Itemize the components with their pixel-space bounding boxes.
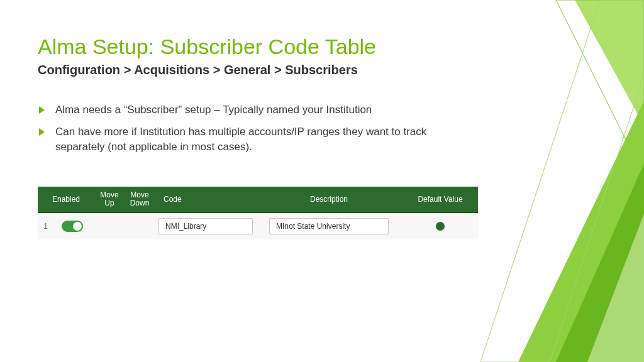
breadcrumb: Configuration > Acquisitions > General >… bbox=[38, 63, 480, 77]
svg-marker-1 bbox=[556, 0, 644, 176]
bullet-item: Alma needs a “Subscriber” setup – Typica… bbox=[38, 102, 440, 118]
svg-marker-0 bbox=[575, 0, 644, 126]
col-code: Code bbox=[155, 192, 255, 206]
slide-title: Alma Setup: Subscriber Code Table bbox=[38, 35, 480, 59]
default-value-indicator[interactable] bbox=[436, 222, 445, 231]
svg-marker-4 bbox=[480, 0, 644, 362]
bullet-item: Can have more if Institution has multipl… bbox=[38, 124, 440, 155]
table-header-row: Enabled Move Up Move Down Code Descripti… bbox=[38, 187, 478, 213]
svg-marker-3 bbox=[556, 163, 644, 362]
col-enabled: Enabled bbox=[38, 192, 94, 206]
svg-marker-5 bbox=[587, 214, 644, 362]
row-number: 1 bbox=[38, 222, 50, 231]
bullet-list: Alma needs a “Subscriber” setup – Typica… bbox=[38, 102, 480, 155]
code-input[interactable]: NMI_Library bbox=[158, 218, 253, 234]
description-input[interactable]: MInot State University bbox=[269, 218, 389, 234]
enabled-toggle[interactable] bbox=[62, 221, 83, 232]
svg-marker-2 bbox=[518, 101, 644, 362]
subscriber-table: Enabled Move Up Move Down Code Descripti… bbox=[38, 187, 478, 239]
col-description: Description bbox=[255, 192, 402, 206]
table-row: 1 NMI_Library MInot State University bbox=[38, 213, 478, 239]
col-move-up: Move Up bbox=[94, 189, 125, 210]
col-move-down: Move Down bbox=[125, 189, 155, 210]
decorative-background bbox=[480, 0, 644, 362]
col-default-value: Default Value bbox=[402, 192, 478, 206]
